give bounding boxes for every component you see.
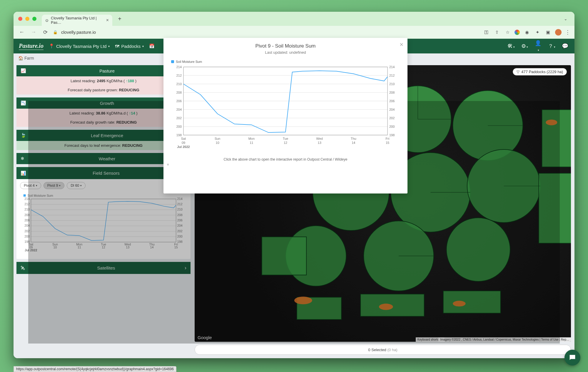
droplet-icon[interactable]: ◉ <box>523 30 530 35</box>
svg-text:206: 206 <box>177 218 183 222</box>
paddocks-menu[interactable]: 🗺 Paddocks ▾ <box>115 44 144 49</box>
profile-avatar[interactable] <box>555 29 562 36</box>
chat-icon[interactable]: 💬 <box>561 43 569 49</box>
tab-title: Clovelly Tasmania Pty Ltd | Pas… <box>51 16 104 25</box>
svg-text:198: 198 <box>177 240 183 243</box>
url-field[interactable]: clovelly.pasture.io <box>61 30 96 35</box>
weather-icon: ❄ <box>21 156 28 161</box>
chip-pivot-9[interactable]: Pivot 9▾ <box>44 182 65 189</box>
forward-button[interactable]: → <box>29 29 38 35</box>
svg-text:202: 202 <box>176 116 182 120</box>
reload-button[interactable]: ⟳ <box>41 29 49 36</box>
chevron-right-icon[interactable]: › <box>185 265 186 271</box>
terms-link[interactable]: Terms of Use <box>541 338 559 341</box>
tabs-dropdown-button[interactable]: ⌄ <box>564 16 567 21</box>
selection-footer: 0 Selected (0 ha) <box>195 345 571 355</box>
svg-text:204: 204 <box>389 108 395 111</box>
share-icon[interactable]: ⇧ <box>493 30 500 35</box>
chart-menu-icon[interactable]: ≡ <box>167 164 169 165</box>
svg-text:214: 214 <box>389 65 395 69</box>
breadcrumb-item[interactable]: Farm <box>24 56 34 60</box>
star-icon[interactable]: ☆ <box>504 30 511 35</box>
modal-chart[interactable]: 1982002022042062082102122141982002022042… <box>171 65 400 150</box>
calendar-button[interactable]: 📅 <box>149 43 155 49</box>
svg-text:Soil Moisture Sum: Soil Moisture Sum <box>27 194 53 197</box>
svg-point-75 <box>546 119 557 125</box>
svg-text:14: 14 <box>150 245 154 249</box>
google-logo: Google <box>198 335 212 340</box>
svg-text:15: 15 <box>174 245 178 249</box>
chip-pivot-4[interactable]: Pivot 4▾ <box>20 182 41 189</box>
svg-rect-57 <box>539 173 571 243</box>
farm-selector[interactable]: 📍 Clovelly Tasmania Pty Ltd ▾ <box>49 43 110 49</box>
key-icon[interactable]: ⚿ <box>483 30 490 35</box>
svg-text:14: 14 <box>352 141 355 144</box>
svg-text:210: 210 <box>389 82 395 86</box>
svg-text:Sun: Sun <box>215 137 220 140</box>
svg-rect-60 <box>443 291 501 313</box>
maximize-window-button[interactable] <box>32 17 36 21</box>
satellites-card-header[interactable]: 🛰 Satellites › <box>16 262 191 274</box>
browser-tab[interactable]: ⊙ Clovelly Tasmania Pty Ltd | Pas… × <box>42 15 112 26</box>
modal-subtitle: Last updated: undefined <box>171 50 400 55</box>
panel-icon[interactable]: ▣ <box>544 30 552 35</box>
tools-menu[interactable]: 🛠▾ <box>507 43 515 49</box>
link-preview-status: https://app.outpostcentral.com/remote/(S… <box>14 366 176 372</box>
svg-text:208: 208 <box>389 91 395 94</box>
legend-color-box <box>171 60 174 63</box>
svg-text:09: 09 <box>182 141 185 144</box>
svg-text:204: 204 <box>176 108 182 111</box>
svg-text:Tue: Tue <box>283 137 288 140</box>
minimize-window-button[interactable] <box>25 17 29 21</box>
svg-text:11: 11 <box>250 141 253 144</box>
svg-text:204: 204 <box>177 224 183 227</box>
sensor-mini-chart[interactable]: Soil Moisture Sum 1982002022042062082102… <box>16 192 191 259</box>
svg-text:Sat: Sat <box>181 137 186 140</box>
puzzle-icon[interactable]: ✦ <box>534 30 541 35</box>
help-menu[interactable]: ？▾ <box>547 43 556 50</box>
svg-rect-56 <box>542 110 571 167</box>
satellites-card: 🛰 Satellites › <box>16 262 191 274</box>
filter-icon: ▽ <box>517 70 519 74</box>
user-menu[interactable]: 👤▾ <box>534 40 542 53</box>
svg-text:200: 200 <box>176 125 182 128</box>
pin-icon: 📍 <box>49 43 54 49</box>
svg-text:Wed: Wed <box>316 137 323 140</box>
svg-point-73 <box>379 304 393 310</box>
chat-fab-button[interactable] <box>564 350 580 366</box>
svg-rect-58 <box>262 237 307 275</box>
app-logo[interactable]: Pasture.io <box>19 43 44 50</box>
browser-menu-button[interactable]: ⋮ <box>565 29 570 36</box>
modal-chart-legend: Soil Moisture Sum <box>171 60 400 63</box>
svg-text:208: 208 <box>24 213 30 217</box>
svg-text:202: 202 <box>24 229 30 233</box>
new-tab-button[interactable]: + <box>115 14 124 23</box>
caret-down-icon: ▾ <box>142 45 144 48</box>
close-window-button[interactable] <box>18 17 22 21</box>
svg-rect-59 <box>360 294 424 317</box>
svg-text:12: 12 <box>102 245 105 249</box>
settings-menu[interactable]: ⚙▾ <box>520 43 529 49</box>
soil-moisture-modal: × Pivot 9 - Soil Moisture Sum Last updat… <box>163 38 407 193</box>
home-icon: 🏠 <box>18 56 23 60</box>
svg-text:214: 214 <box>24 197 30 201</box>
svg-point-53 <box>447 218 510 282</box>
svg-rect-0 <box>24 194 26 197</box>
svg-text:198: 198 <box>389 133 395 137</box>
svg-text:Jul 2022: Jul 2022 <box>25 248 37 252</box>
svg-text:Thu: Thu <box>351 137 356 140</box>
paddock-count-badge[interactable]: ▽ 477 Paddocks (2229 ha) <box>513 68 567 75</box>
close-modal-button[interactable]: × <box>400 41 403 48</box>
svg-text:212: 212 <box>177 202 183 206</box>
back-button[interactable]: ← <box>18 29 26 35</box>
svg-text:Jul 2022: Jul 2022 <box>177 145 190 149</box>
svg-text:214: 214 <box>176 65 182 69</box>
svg-point-74 <box>453 301 465 306</box>
close-tab-button[interactable]: × <box>106 18 109 23</box>
chip-di-60[interactable]: DI 60▾ <box>67 182 86 189</box>
tab-favicon: ⊙ <box>45 18 49 23</box>
svg-point-72 <box>294 297 312 304</box>
satellite-icon: 🛰 <box>21 265 28 270</box>
chrome-extension-icon[interactable] <box>514 30 520 35</box>
svg-text:206: 206 <box>389 99 395 103</box>
